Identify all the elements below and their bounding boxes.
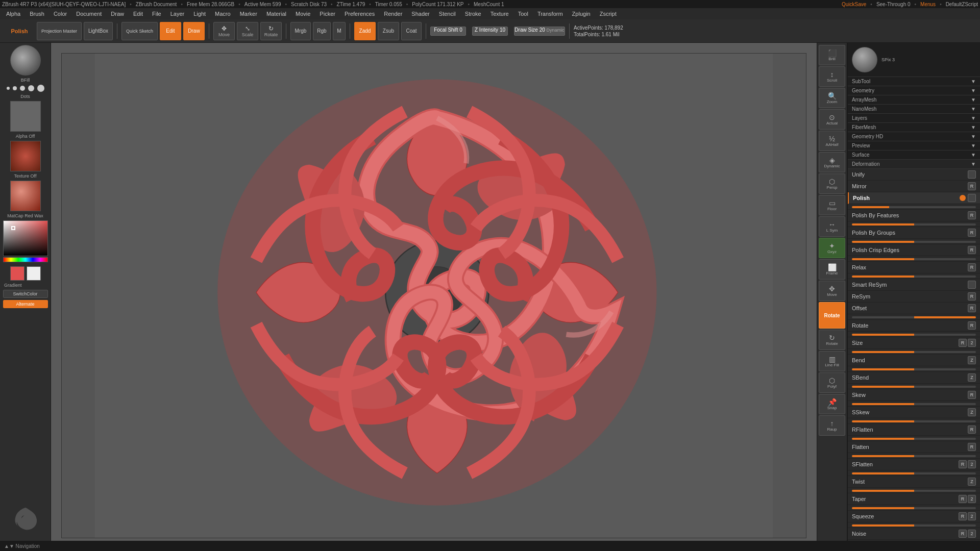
doc-label[interactable]: ZBrush Document: [136, 2, 177, 7]
foreground-color[interactable]: [10, 266, 24, 281]
deformation-skew[interactable]: Skew R: [848, 389, 980, 401]
deformation-polish[interactable]: Polish: [848, 192, 980, 204]
polish-btn-r[interactable]: [968, 194, 976, 202]
relax-slider[interactable]: [852, 276, 976, 278]
deformation-rotate[interactable]: Rotate R: [848, 320, 980, 332]
deformation-offset[interactable]: Offset R: [848, 303, 980, 314]
scroll-btn[interactable]: ↕ Scroll: [819, 66, 845, 87]
taper-2-btn[interactable]: 2: [968, 495, 976, 503]
texture-preview[interactable]: [10, 141, 41, 171]
polish-slider[interactable]: [852, 206, 976, 208]
menu-macro[interactable]: Macro: [211, 10, 235, 18]
canvas-svg[interactable]: [62, 54, 806, 538]
deformation-smart-resym[interactable]: Smart ReSym: [848, 279, 980, 291]
menu-preferences[interactable]: Preferences: [340, 10, 379, 18]
deformation-resym[interactable]: ReSym R: [848, 291, 980, 303]
size-slider[interactable]: [852, 351, 976, 353]
menu-stroke[interactable]: Stroke: [461, 10, 485, 18]
hue-bar[interactable]: [3, 257, 48, 262]
matcap-preview[interactable]: [10, 181, 41, 211]
zsub-btn[interactable]: Zsub: [378, 22, 399, 40]
noise-r-btn[interactable]: R: [959, 530, 967, 538]
deformation-sbend[interactable]: SBend Z: [848, 372, 980, 384]
focal-shift-value[interactable]: Focal Shift 0: [430, 27, 466, 36]
deformation-section[interactable]: Deformation ▼: [848, 160, 980, 169]
offset-slider[interactable]: [852, 316, 976, 318]
polish-groups-btn[interactable]: R: [968, 229, 976, 237]
brill-btn[interactable]: ⬛ Brill: [819, 45, 845, 65]
coat-btn[interactable]: Coat: [401, 22, 422, 40]
fibermesh-section[interactable]: FiberMesh ▼: [848, 123, 980, 132]
polish-crisp-slider[interactable]: [852, 258, 976, 260]
draw-btn[interactable]: Draw: [183, 22, 205, 40]
color-spectrum[interactable]: [3, 220, 48, 256]
persp-btn[interactable]: ⬡ Persp: [819, 173, 845, 194]
squeeze-r-btn[interactable]: R: [959, 512, 967, 520]
menu-render[interactable]: Render: [380, 10, 406, 18]
menu-material[interactable]: Material: [262, 10, 290, 18]
deformation-relax[interactable]: Relax R: [848, 262, 980, 273]
geometry-section-top[interactable]: Geometry ▼: [848, 86, 980, 95]
geometry-hd-section[interactable]: Geometry HD ▼: [848, 132, 980, 141]
deformation-rflatten[interactable]: RFlatten R: [848, 424, 980, 436]
subtool-section[interactable]: SubTool ▼: [848, 77, 980, 86]
lightbox-btn[interactable]: LightBox: [84, 22, 113, 40]
deformation-sskew[interactable]: SSkew Z: [848, 407, 980, 418]
squeeze-2-btn[interactable]: 2: [968, 512, 976, 520]
lsym-btn[interactable]: ↔ L Sym: [819, 216, 845, 237]
polish-features-btn[interactable]: R: [968, 211, 976, 219]
sflatten-2-btn[interactable]: 2: [968, 460, 976, 468]
default-script[interactable]: DefaultZScript: [946, 2, 978, 7]
deformation-sflatten[interactable]: SFlatten R 2: [848, 459, 980, 470]
quick-sketch-btn[interactable]: Quick Sketch: [121, 22, 158, 40]
menu-light[interactable]: Light: [189, 10, 210, 18]
scale-btn[interactable]: ⤡ Scale: [237, 22, 258, 40]
menu-transform[interactable]: Transform: [533, 10, 567, 18]
tool-sphere-preview[interactable]: [852, 47, 877, 72]
menu-brush[interactable]: Brush: [26, 10, 48, 18]
offset-btn[interactable]: R: [968, 304, 976, 312]
deformation-polish-features[interactable]: Polish By Features R: [848, 210, 980, 221]
deformation-taper[interactable]: Taper R 2: [848, 493, 980, 505]
canvas-area[interactable]: [51, 43, 817, 541]
flatten-slider[interactable]: [852, 455, 976, 457]
sbend-slider[interactable]: [852, 386, 976, 388]
menu-movie[interactable]: Movie: [291, 10, 314, 18]
zadd-btn[interactable]: Zadd: [354, 22, 376, 40]
offset-slider-row[interactable]: [848, 314, 980, 320]
nanomesh-section[interactable]: NanoMesh ▼: [848, 105, 980, 114]
sflatten-slider[interactable]: [852, 472, 976, 474]
relax-btn[interactable]: R: [968, 263, 976, 271]
layers-section[interactable]: Layers ▼: [848, 114, 980, 123]
sbend-btn[interactable]: Z: [968, 373, 976, 382]
rotate-slider[interactable]: [852, 334, 976, 336]
projection-master-btn[interactable]: Projection Master: [37, 22, 82, 40]
polish-btn[interactable]: Rotate: [819, 302, 845, 329]
draw-size-value[interactable]: Draw Size 20 Dynamic: [514, 27, 565, 36]
taper-slider[interactable]: [852, 507, 976, 509]
polish-features-slider[interactable]: [852, 223, 976, 226]
unify-btn[interactable]: [968, 170, 976, 179]
background-color[interactable]: [27, 266, 41, 281]
menu-tool[interactable]: Tool: [514, 10, 532, 18]
stroke-dots[interactable]: [7, 85, 44, 92]
polish-groups-slider-row[interactable]: [848, 239, 980, 244]
zoom-btn[interactable]: 🔍 Zoom: [819, 88, 845, 108]
deformation-noise[interactable]: Noise R 2: [848, 528, 980, 540]
menus-btn[interactable]: Menus: [920, 2, 936, 7]
resym-btn[interactable]: R: [968, 292, 976, 300]
arraymesh-section[interactable]: ArrayMesh ▼: [848, 95, 980, 105]
skew-btn[interactable]: R: [968, 391, 976, 399]
z-intensity-value[interactable]: Z Intensity 10: [472, 27, 508, 36]
deformation-squeeze[interactable]: Squeeze R 2: [848, 511, 980, 522]
deformation-polish-groups[interactable]: Polish By Groups R: [848, 227, 980, 239]
polish-slider-row[interactable]: [848, 204, 980, 210]
menu-stencil[interactable]: Stencil: [435, 10, 460, 18]
dynamic-btn[interactable]: ◈ Dynamic: [819, 152, 845, 172]
polish-groups-slider[interactable]: [852, 241, 976, 243]
brush-preview[interactable]: [10, 45, 41, 76]
actual-btn[interactable]: ⊙ Actual: [819, 109, 845, 130]
size-r-btn[interactable]: R: [959, 339, 967, 347]
flatten-btn[interactable]: R: [968, 443, 976, 451]
deformation-size[interactable]: Size R 2: [848, 337, 980, 349]
